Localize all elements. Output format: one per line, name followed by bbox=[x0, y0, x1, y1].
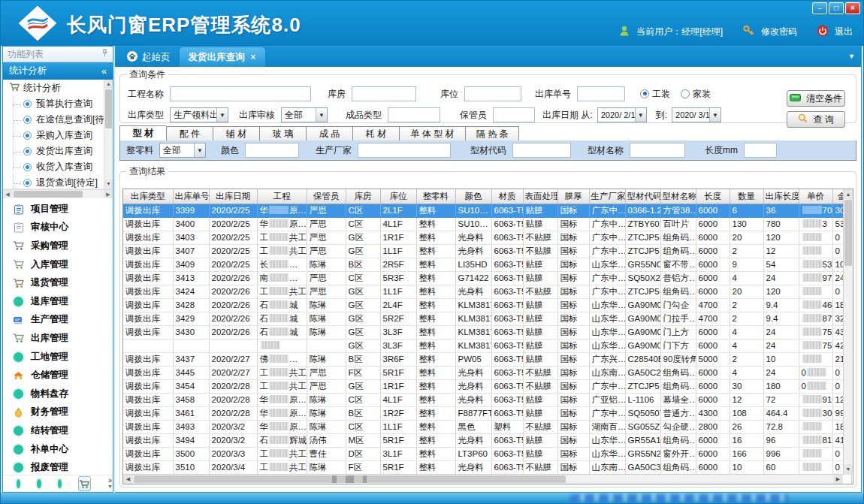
table-cell[interactable]: 广亚铝… bbox=[589, 393, 625, 406]
table-cell[interactable]: KLM3817 bbox=[455, 325, 491, 339]
table-cell[interactable] bbox=[799, 420, 832, 433]
table-row[interactable]: 调拨出库34542020/2/28工共工程严思G区1R1F整料光身料6063-T… bbox=[123, 379, 851, 393]
module-dot-icon[interactable] bbox=[37, 479, 41, 488]
table-cell[interactable]: 严思 bbox=[307, 379, 346, 393]
warehouse-input[interactable] bbox=[352, 86, 416, 101]
more-modules-button[interactable]: »▼ bbox=[107, 478, 113, 490]
table-cell[interactable]: 国标 bbox=[557, 325, 589, 339]
outbound-audit-select[interactable]: 全部▼ bbox=[281, 107, 328, 122]
scroll-up-icon[interactable]: ▲ bbox=[104, 80, 113, 89]
table-cell[interactable]: GR55NO2 bbox=[625, 258, 660, 271]
table-cell[interactable]: C区 bbox=[346, 217, 380, 231]
table-cell[interactable]: SQ5050T20 bbox=[625, 406, 660, 420]
table-cell[interactable]: 996 bbox=[763, 447, 799, 460]
table-cell[interactable]: 工共工程 bbox=[257, 244, 307, 258]
table-cell[interactable]: 3494 bbox=[173, 433, 209, 447]
table-cell[interactable]: 整料 bbox=[416, 271, 455, 285]
table-cell[interactable]: 普通方… bbox=[660, 406, 696, 420]
table-cell[interactable]: G区 bbox=[346, 339, 380, 352]
table-cell[interactable]: 光身料 bbox=[455, 460, 491, 474]
table-cell[interactable]: 整料 bbox=[416, 312, 455, 325]
table-cell[interactable]: SQ50X2… bbox=[625, 271, 660, 285]
table-cell[interactable]: 曹佳 bbox=[307, 447, 346, 460]
table-cell[interactable]: 3458 bbox=[173, 393, 209, 406]
table-cell[interactable]: F区 bbox=[346, 460, 380, 474]
table-cell[interactable]: 不贴膜 bbox=[523, 420, 557, 433]
keeper-input[interactable] bbox=[493, 107, 535, 122]
collapse-icon[interactable]: « bbox=[101, 66, 107, 77]
table-cell[interactable]: 国标 bbox=[557, 244, 589, 258]
table-cell[interactable]: 108 bbox=[730, 406, 763, 420]
table-cell[interactable]: 贴膜 bbox=[523, 258, 557, 271]
column-header[interactable]: 颜色 bbox=[455, 189, 491, 204]
table-cell[interactable]: 贴膜 bbox=[523, 447, 557, 460]
table-cell[interactable]: 山东华… bbox=[589, 447, 625, 460]
table-cell[interactable]: 3407 bbox=[173, 244, 209, 258]
table-cell[interactable]: 整料 bbox=[416, 420, 455, 433]
table-cell[interactable]: 1L1F bbox=[380, 244, 416, 258]
table-cell[interactable]: 4 bbox=[730, 271, 763, 285]
table-cell[interactable]: 6063-T5 bbox=[491, 258, 523, 271]
table-cell[interactable]: 严思 bbox=[307, 217, 346, 231]
table-cell[interactable]: 60 bbox=[763, 460, 799, 474]
table-cell[interactable]: 贴膜 bbox=[523, 204, 557, 217]
logout-button[interactable]: 退出 bbox=[835, 26, 853, 38]
table-cell[interactable]: 山东南… bbox=[589, 366, 625, 379]
table-cell[interactable]: 6000 bbox=[696, 217, 730, 231]
table-cell[interactable]: 广东中… bbox=[589, 231, 625, 244]
table-cell[interactable]: 3500 bbox=[173, 447, 209, 460]
table-cell[interactable]: 国标 bbox=[557, 447, 589, 460]
profile-code-input[interactable] bbox=[512, 143, 571, 158]
sidebar-item-项目管理[interactable]: 项目管理 bbox=[3, 200, 113, 219]
table-cell[interactable]: 广东中… bbox=[589, 244, 625, 258]
table-cell[interactable]: 2020/2/27 bbox=[209, 366, 257, 379]
radio-home[interactable]: 家装 bbox=[681, 88, 711, 101]
tree-item[interactable]: 采购入库查询 bbox=[3, 128, 104, 143]
table-cell[interactable]: 6063-T5 bbox=[491, 406, 523, 420]
table-cell[interactable]: 3403 bbox=[173, 231, 209, 244]
table-cell[interactable]: 3L3F bbox=[380, 325, 416, 339]
table-cell[interactable]: 光身料 bbox=[455, 244, 491, 258]
table-cell[interactable]: 不贴膜 bbox=[523, 244, 557, 258]
table-cell[interactable]: 2 bbox=[730, 244, 763, 258]
table-cell[interactable]: 2020/2/28 bbox=[209, 379, 257, 393]
table-cell[interactable]: ZTCJP5… bbox=[625, 231, 660, 244]
table-cell[interactable]: 780 bbox=[763, 217, 799, 231]
table-cell[interactable]: G区 bbox=[346, 312, 380, 325]
product-type-input[interactable] bbox=[388, 107, 440, 122]
table-cell[interactable]: 812 bbox=[799, 433, 832, 447]
table-cell[interactable]: M区 bbox=[346, 433, 380, 447]
table-cell[interactable]: 广东中… bbox=[589, 271, 625, 285]
grid-vertical-scrollbar[interactable]: ▲ ▼ bbox=[843, 189, 853, 474]
table-cell[interactable]: 广东中… bbox=[589, 204, 625, 217]
table-cell[interactable]: 1L1F bbox=[380, 420, 416, 433]
table-cell[interactable]: 180 bbox=[763, 379, 799, 393]
material-tab-配件[interactable]: 配 件 bbox=[166, 126, 213, 141]
table-cell[interactable]: 陈琳 bbox=[307, 460, 346, 474]
scroll-down-icon[interactable]: ▼ bbox=[104, 180, 113, 189]
change-password-link[interactable]: 修改密码 bbox=[761, 26, 797, 38]
cart-module-button[interactable] bbox=[78, 476, 91, 491]
column-header[interactable]: 生产厂家 bbox=[589, 189, 625, 204]
tree-root-statistics[interactable]: 统计分析 bbox=[3, 80, 104, 96]
sidebar-item-生产管理[interactable]: 生产管理 bbox=[3, 311, 113, 330]
clear-conditions-button[interactable]: 清空条件 bbox=[787, 90, 845, 107]
table-row[interactable]: 调拨出库34582020/2/28华原…陈琳C区4L1F整料光身料6063-T5… bbox=[123, 393, 851, 406]
table-cell[interactable]: G区 bbox=[346, 325, 380, 339]
sidebar-item-退货管理[interactable]: 退货管理 bbox=[3, 273, 113, 292]
table-cell[interactable]: 贴膜 bbox=[523, 406, 557, 420]
table-cell[interactable]: 塑料 bbox=[491, 420, 523, 433]
table-cell[interactable]: 调拨出库 bbox=[123, 258, 173, 271]
table-cell[interactable]: 广东中… bbox=[589, 217, 625, 231]
table-cell[interactable]: 整料 bbox=[416, 325, 455, 339]
table-cell[interactable]: 调拨出库 bbox=[123, 217, 173, 231]
material-tab-成品[interactable]: 成 品 bbox=[306, 126, 352, 141]
table-cell[interactable]: 整料 bbox=[416, 231, 455, 244]
table-cell[interactable]: 5000 bbox=[696, 352, 730, 366]
table-cell[interactable]: 2020/3/2 bbox=[209, 420, 257, 433]
table-cell[interactable]: 6063-T5 bbox=[491, 460, 523, 474]
table-cell[interactable]: LI35HD bbox=[455, 258, 491, 271]
tree-item[interactable]: 预算执行查询 bbox=[3, 96, 104, 112]
table-cell[interactable]: 幕墙全… bbox=[660, 393, 696, 406]
table-cell[interactable]: 3429 bbox=[173, 312, 209, 325]
